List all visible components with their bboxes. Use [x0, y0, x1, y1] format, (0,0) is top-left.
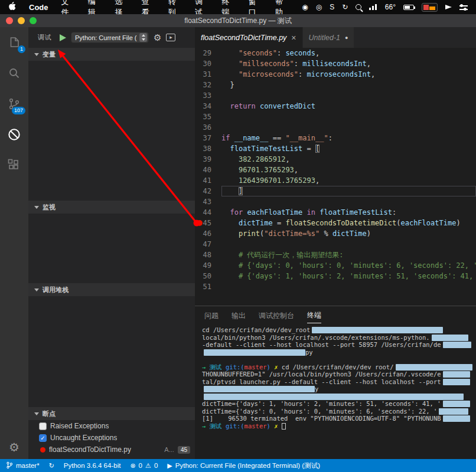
code-line: 31 "microseconds": microsecondsInt, — [195, 69, 476, 80]
explorer-icon[interactable]: 1 — [0, 27, 28, 58]
code-editor[interactable]: 29 "seconds": seconds,30 "millseconds": … — [195, 48, 476, 306]
editor-region: floatSecondToDictTime.py×Untitled-1● 29 … — [195, 27, 476, 459]
apple-menu-icon[interactable] — [8, 2, 16, 12]
search-icon[interactable] — [0, 58, 28, 88]
redaction-box — [443, 401, 470, 407]
chevron-down-icon — [34, 412, 39, 415]
redaction-box — [432, 335, 468, 341]
code-line: 37if __name__ == "__main__": — [195, 133, 476, 143]
close-tab-icon[interactable]: × — [291, 33, 296, 42]
git-branch-indicator[interactable]: master* — [6, 461, 40, 470]
select-arrows-icon — [139, 33, 147, 42]
code-line: 29 "seconds": seconds, — [195, 48, 476, 58]
editor-tab[interactable]: floatSecondToDictTime.py× — [195, 27, 303, 48]
code-line: 42 ] — [195, 186, 476, 196]
zoom-window-button[interactable] — [30, 17, 37, 24]
line-number: 31 — [195, 69, 221, 80]
telegram-icon[interactable] — [445, 5, 452, 9]
terminal-line: dictTime={'days': 1, 'hours': 2, 'minute… — [202, 400, 476, 408]
control-center-icon[interactable] — [459, 4, 468, 11]
signal-bars-icon[interactable] — [375, 4, 377, 10]
line-number: 44 — [195, 207, 221, 218]
code-line: 35 — [195, 112, 476, 122]
python-interpreter-indicator[interactable]: Python 3.6.4 64-bit — [64, 462, 121, 469]
breakpoint-row[interactable]: Raised Exceptions — [28, 420, 195, 432]
terminal-line: dictTime={'days': 0, 'hours': 0, 'minute… — [202, 408, 476, 415]
screen-record-icon[interactable]: ◉ — [302, 3, 308, 11]
s-app-icon[interactable]: S — [330, 3, 334, 11]
panel-tab-问题[interactable]: 问题 — [204, 309, 219, 323]
breakpoint-meta: A... — [164, 446, 174, 453]
breakpoint-dot[interactable] — [197, 220, 203, 226]
aperture-icon[interactable]: ◎ — [316, 3, 322, 11]
menu-status-icons: ◉◎S↻66° — [302, 3, 468, 12]
breakpoints-section-header[interactable]: 断点 — [28, 407, 195, 420]
chevron-down-icon — [34, 206, 39, 209]
watch-section-title: 监视 — [43, 203, 56, 212]
sync-button[interactable]: ↻ — [49, 462, 54, 470]
battery-icon[interactable] — [403, 5, 414, 10]
close-window-button[interactable] — [6, 17, 13, 24]
manage-gear-icon[interactable]: ⚙ — [9, 440, 19, 454]
code-line: 45 dictTime = floatSecondsToDatetimeDict… — [195, 218, 476, 228]
debug-configuration-select[interactable]: Python: Current File ( — [71, 32, 149, 43]
debug-config-indicator[interactable]: ▶ Python: Current File (Integrated Termi… — [167, 461, 320, 470]
code-line: 33 — [195, 90, 476, 101]
breakpoint-row[interactable]: ✓Uncaught Exceptions — [28, 432, 195, 444]
panel-tab-调试控制台[interactable]: 调试控制台 — [259, 309, 294, 323]
line-number: 30 — [195, 58, 221, 69]
source-control-icon[interactable]: 107 — [0, 88, 28, 119]
terminal-line: py — [202, 349, 476, 356]
code-text: dictTime = floatSecondsToDatetimeDict(ea… — [221, 218, 476, 228]
menu-app-name[interactable]: Code — [29, 3, 48, 12]
chevron-down-icon — [34, 53, 39, 56]
line-number: 50 — [195, 271, 221, 281]
checkbox[interactable]: ✓ — [39, 434, 47, 442]
vscode-window: Code 文件编辑选择查看转到调试终端窗口帮助 ◉◎S↻66° floatSec… — [0, 0, 476, 472]
configure-gear-icon[interactable]: ⚙ — [154, 32, 161, 43]
redaction-box — [443, 371, 470, 378]
panel-tab-输出[interactable]: 输出 — [232, 309, 246, 323]
minimize-window-button[interactable] — [18, 17, 25, 24]
line-number: 48 — [195, 250, 221, 260]
variables-section-title: 变量 — [43, 50, 56, 59]
code-text: floatTimeTestList = [ — [221, 143, 476, 154]
problems-indicator[interactable]: ⊗ 0 ⚠ 0 — [130, 462, 158, 470]
call-stack-section: 调用堆栈 — [28, 283, 195, 407]
code-text: 96701.3765293, — [221, 165, 476, 175]
line-number: 37 — [195, 133, 221, 143]
debug-console-icon[interactable]: ▸ — [166, 34, 175, 41]
sidebar-title: 调试 — [38, 33, 51, 42]
code-line: 49 # {'days': 0, 'hours': 0, 'minutes': … — [195, 260, 476, 271]
breakpoints-list: Raised Exceptions✓Uncaught Exceptionsflo… — [28, 420, 195, 455]
terminal-line: cd /Users/crifan/dev/dev_root — [202, 326, 476, 334]
start-debugging-button[interactable] — [60, 34, 66, 41]
variables-section-header[interactable]: 变量 — [28, 48, 195, 61]
spotlight-search-icon[interactable] — [356, 4, 361, 10]
window-title: floatSecondToDictTime.py — 测试 — [184, 16, 292, 26]
breakpoints-section-title: 断点 — [43, 409, 56, 418]
breakpoint-dot — [40, 447, 45, 453]
watch-section-header[interactable]: 监视 — [28, 201, 195, 214]
temperature-reading[interactable]: 66° — [385, 3, 396, 11]
terminal-line: THONUNBUFFERED=1" /usr/local/bin/python3… — [202, 371, 476, 378]
breakpoint-row[interactable]: floatSecondToDictTime.pyA...45 — [28, 444, 195, 455]
sync-app-icon[interactable]: ↻ — [342, 3, 348, 11]
debug-icon[interactable] — [0, 119, 28, 150]
watch-section: 监视 — [28, 201, 195, 283]
call-stack-section-header[interactable]: 调用堆栈 — [28, 283, 195, 296]
panel-tab-bar: 问题输出调试控制台终端 — [195, 306, 476, 325]
cpu-meter-icon[interactable] — [422, 3, 438, 12]
code-text: # 代码运行一次，输出期望结果: — [221, 250, 476, 260]
branch-icon — [6, 461, 13, 470]
code-text — [221, 281, 476, 292]
code-text: } — [221, 80, 476, 90]
code-line: 39 382.2865912, — [195, 154, 476, 165]
line-number: 46 — [195, 228, 221, 239]
extensions-icon[interactable] — [0, 150, 28, 181]
editor-tab[interactable]: Untitled-1● — [303, 27, 355, 48]
checkbox[interactable] — [39, 422, 47, 430]
debug-sidebar-header: 调试 Python: Current File ( ⚙ ▸ — [28, 27, 195, 48]
panel-tab-终端[interactable]: 终端 — [307, 308, 321, 323]
terminal-output[interactable]: cd /Users/crifan/dev/dev_rootlocal/bin/p… — [195, 325, 476, 459]
